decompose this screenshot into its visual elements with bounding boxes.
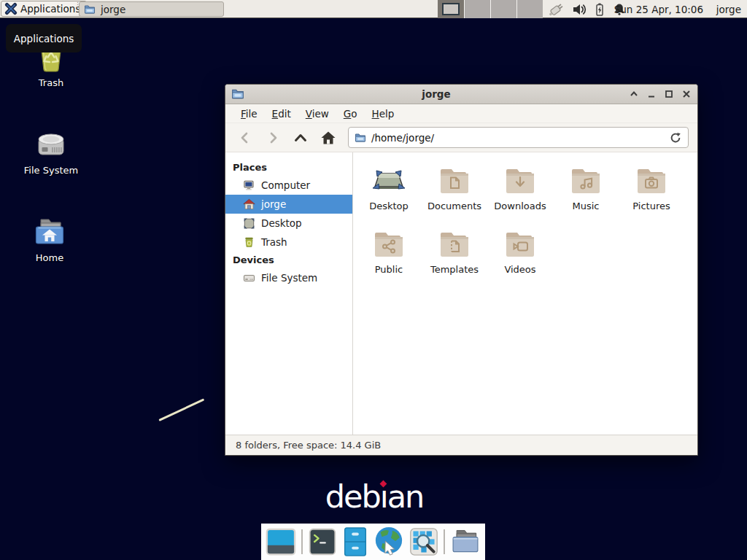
back-button[interactable] xyxy=(234,128,256,148)
menu-file[interactable]: File xyxy=(234,106,264,122)
volume-icon[interactable] xyxy=(571,1,587,18)
toolbar: /home/jorge/ xyxy=(225,123,697,152)
file-item-pictures[interactable]: Pictures xyxy=(619,163,684,211)
file-item-public[interactable]: Public xyxy=(356,226,422,275)
workspace-1[interactable] xyxy=(438,0,464,18)
file-item-label: Pictures xyxy=(632,201,670,211)
file-grid[interactable]: Desktop Documents xyxy=(353,152,697,435)
home-button[interactable] xyxy=(317,128,339,148)
workspace-window-thumb xyxy=(442,3,460,15)
folder-music-icon xyxy=(568,163,603,198)
file-item-documents[interactable]: Documents xyxy=(422,163,487,211)
home-folder-icon xyxy=(31,216,68,249)
panel-username[interactable]: jorge xyxy=(716,0,741,18)
minimize-button[interactable] xyxy=(646,89,657,100)
sidebar-item-jorge[interactable]: jorge xyxy=(225,195,352,214)
workspace-switcher xyxy=(438,0,544,18)
panel-clock[interactable]: Sun 25 Apr, 10:06 xyxy=(614,0,703,18)
taskbar-window-label: jorge xyxy=(101,4,125,15)
xfce-applications-icon xyxy=(4,2,18,15)
folder-downloads-icon xyxy=(503,163,538,198)
workspace-2[interactable] xyxy=(464,0,490,18)
shade-button[interactable] xyxy=(628,89,639,100)
desktop-icon-file-system[interactable]: File System xyxy=(7,128,95,176)
sidebar-header-places: Places xyxy=(225,159,352,176)
wallpaper-stray-line xyxy=(158,398,204,421)
applications-menu-label: Applications xyxy=(20,3,80,15)
directory-menu-icon[interactable] xyxy=(450,527,481,556)
sidebar-item-computer[interactable]: Computer xyxy=(225,176,352,195)
workspace-3[interactable] xyxy=(490,0,516,18)
window-controls xyxy=(628,89,692,100)
statusbar: 8 folders, Free space: 14.4 GiB xyxy=(225,435,697,455)
menu-help[interactable]: Help xyxy=(365,106,401,122)
computer-icon xyxy=(243,179,255,192)
file-item-label: Music xyxy=(573,201,600,211)
desktop: Applications ⋮ jorge xyxy=(0,0,747,560)
sidebar-header-devices: Devices xyxy=(225,252,352,268)
terminal-icon[interactable] xyxy=(308,527,337,556)
workspace-4[interactable] xyxy=(516,0,543,18)
maximize-button[interactable] xyxy=(663,89,674,100)
menubar: File Edit View Go Help xyxy=(225,104,697,123)
file-item-videos[interactable]: Videos xyxy=(487,226,553,275)
sidebar-item-trash[interactable]: Trash xyxy=(225,233,352,252)
statusbar-text: 8 folders, Free space: 14.4 GiB xyxy=(236,440,381,451)
debian-logo-text-after: an xyxy=(387,478,424,515)
debian-logo-i: ı xyxy=(380,478,387,515)
file-manager-window: jorge File Edit View Go Help xyxy=(225,84,698,456)
file-cabinet-icon[interactable] xyxy=(342,526,368,557)
reload-icon[interactable] xyxy=(669,131,682,144)
menu-view[interactable]: View xyxy=(299,106,336,122)
folder-public-icon xyxy=(371,226,406,261)
desktop-icon-home[interactable]: Home xyxy=(7,216,92,263)
trash-icon xyxy=(243,236,255,249)
desktop-icon xyxy=(243,217,255,230)
sidebar: Places Computer xyxy=(225,152,353,435)
applications-tooltip: Applications xyxy=(6,24,82,52)
sidebar-item-label: Computer xyxy=(261,179,310,191)
path-folder-icon xyxy=(355,132,366,144)
file-item-label: Public xyxy=(375,264,403,275)
dock xyxy=(261,524,485,560)
sidebar-item-label: Desktop xyxy=(261,217,302,229)
desktop-icon-label: Trash xyxy=(39,77,63,88)
forward-button[interactable] xyxy=(262,128,284,148)
file-item-templates[interactable]: Templates xyxy=(422,226,487,275)
application-finder-icon[interactable] xyxy=(409,527,438,556)
file-item-label: Documents xyxy=(427,201,481,211)
taskbar-window-button[interactable]: jorge xyxy=(79,1,224,17)
file-item-label: Downloads xyxy=(494,201,546,211)
top-panel: Applications ⋮ jorge xyxy=(0,0,747,18)
sidebar-item-label: jorge xyxy=(261,198,286,210)
folder-pictures-icon xyxy=(634,163,669,198)
harddisk-icon xyxy=(243,272,255,284)
file-item-downloads[interactable]: Downloads xyxy=(487,163,553,211)
menu-go[interactable]: Go xyxy=(337,106,364,122)
show-desktop-icon[interactable] xyxy=(266,526,296,557)
file-item-label: Templates xyxy=(430,264,479,275)
network-icon[interactable] xyxy=(547,1,566,18)
folder-desktop-icon xyxy=(371,163,406,198)
sidebar-item-label: File System xyxy=(261,272,317,284)
dock-separator xyxy=(444,529,445,554)
sidebar-item-desktop[interactable]: Desktop xyxy=(225,214,352,233)
desktop-icon-label: File System xyxy=(24,165,78,176)
file-item-label: Videos xyxy=(504,264,535,275)
window-title: jorge xyxy=(244,88,628,100)
folder-templates-icon xyxy=(437,226,472,261)
file-item-music[interactable]: Music xyxy=(553,163,619,211)
menu-edit[interactable]: Edit xyxy=(266,106,298,122)
sidebar-item-file-system[interactable]: File System xyxy=(225,268,352,287)
applications-tooltip-text: Applications xyxy=(14,33,74,44)
desktop-icon-label: Home xyxy=(36,252,63,263)
path-entry[interactable]: /home/jorge/ xyxy=(348,127,689,148)
path-text: /home/jorge/ xyxy=(371,132,664,144)
dock-separator xyxy=(301,529,303,554)
file-item-desktop[interactable]: Desktop xyxy=(356,163,422,211)
battery-icon[interactable] xyxy=(592,1,607,18)
close-button[interactable] xyxy=(681,89,692,100)
up-button[interactable] xyxy=(290,128,311,148)
web-browser-icon[interactable] xyxy=(374,526,404,558)
window-titlebar[interactable]: jorge xyxy=(225,85,697,104)
